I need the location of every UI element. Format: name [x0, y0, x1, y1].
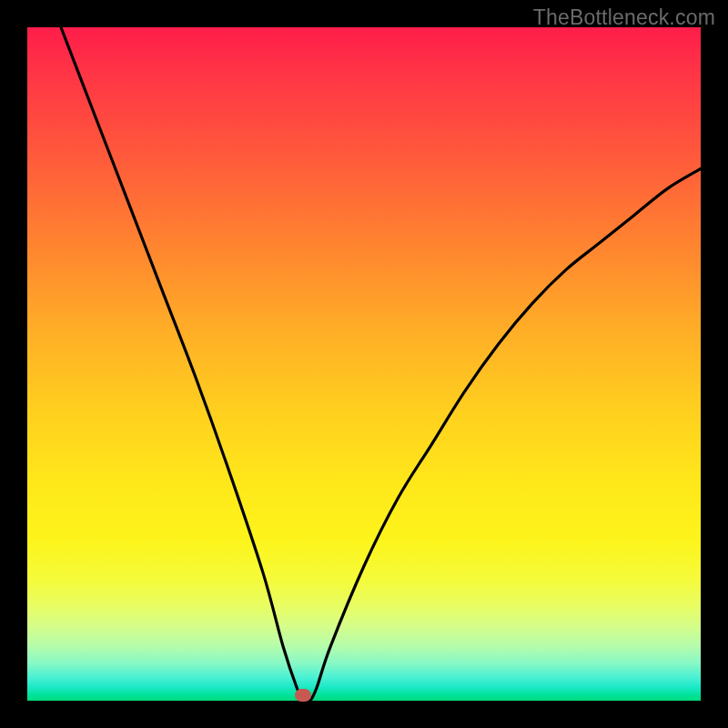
optimal-point-marker: [295, 689, 311, 702]
bottleneck-curve: [27, 27, 701, 701]
chart-frame: TheBottleneck.com: [0, 0, 728, 728]
plot-area: [27, 27, 701, 701]
watermark-text: TheBottleneck.com: [533, 5, 715, 30]
